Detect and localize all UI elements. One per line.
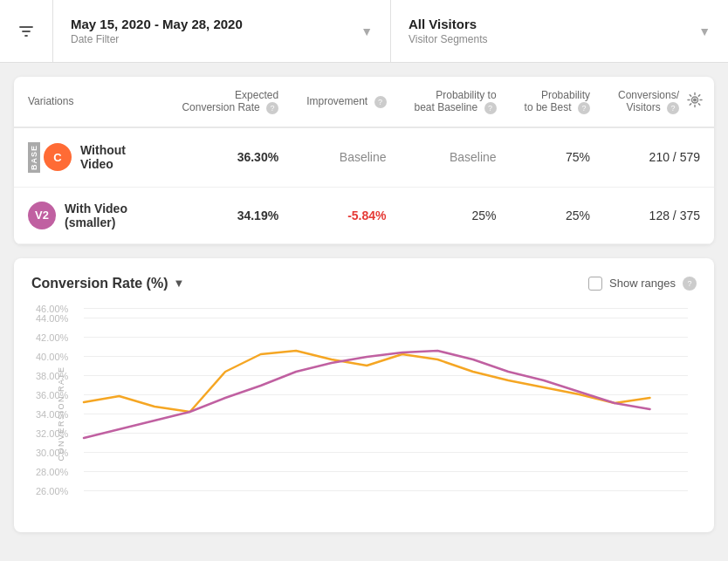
chart-header: Conversion Rate (%) ▼ Show ranges ? <box>31 276 697 291</box>
chart-svg <box>84 309 688 501</box>
control-badge: C <box>44 143 72 171</box>
filter-icon-wrap <box>0 0 53 62</box>
v2-ecr: 34.19% <box>168 187 292 243</box>
improvement-col-header: Improvement <box>306 95 367 107</box>
show-ranges-control[interactable]: Show ranges ? <box>588 277 697 291</box>
conversions-help-icon[interactable]: ? <box>667 102 679 114</box>
control-ecr: 36.30% <box>168 127 292 188</box>
prob-best-help-icon[interactable]: ? <box>578 102 590 114</box>
segment-filter-chevron: ▼ <box>698 24 711 38</box>
variations-filter-icon[interactable] <box>79 96 89 106</box>
segment-filter-section[interactable]: All Visitors Visitor Segments ▼ <box>391 0 728 62</box>
v2-badge: V2 <box>28 202 56 229</box>
v2-improvement: -5.84% <box>292 187 400 243</box>
filter-icon <box>17 23 35 40</box>
chart-title-text: Conversion Rate (%) <box>31 276 168 291</box>
svg-point-0 <box>693 99 697 102</box>
chart-title-dropdown-icon: ▼ <box>173 277 184 290</box>
v2-conversions: 128 / 375 <box>604 187 714 243</box>
v2-name: With Video (smaller) <box>65 202 154 229</box>
show-ranges-checkbox[interactable] <box>588 277 602 291</box>
grid-label: 34.00% <box>36 409 68 420</box>
grid-label: 26.00% <box>36 486 68 496</box>
control-name: Without Video <box>80 143 154 171</box>
v2-prob-best: 25% <box>511 187 604 243</box>
control-improvement: Baseline <box>292 127 400 188</box>
control-prob-best: 75% <box>511 127 604 188</box>
grid-label: 42.00% <box>36 332 68 343</box>
v2-line <box>84 351 650 438</box>
ecr-help-icon[interactable]: ? <box>266 102 278 114</box>
grid-label: 38.00% <box>36 371 68 381</box>
show-ranges-help-icon[interactable]: ? <box>683 277 697 291</box>
date-filter-section[interactable]: May 15, 2020 - May 28, 2020 Date Filter … <box>53 0 391 62</box>
grid-label: 32.00% <box>36 428 68 439</box>
table-settings-icon[interactable] <box>686 92 704 109</box>
ecr-col-header: ExpectedConversion Rate <box>182 89 278 113</box>
date-filter-sublabel: Date Filter <box>71 33 243 45</box>
segment-filter-label: All Visitors <box>409 17 488 31</box>
variations-table: Variations ExpectedConversion Rate ? I <box>14 77 714 244</box>
grid-label: 30.00% <box>36 448 68 458</box>
chart-area: CONVERSION RATE 46.00% 44.00% 42.00% <box>31 309 697 518</box>
v2-prob-beat: 25% <box>401 187 511 243</box>
main-content: Variations ExpectedConversion Rate ? I <box>0 63 728 546</box>
chart-title[interactable]: Conversion Rate (%) ▼ <box>31 276 184 291</box>
control-conversions: 210 / 579 <box>604 127 714 188</box>
show-ranges-label: Show ranges <box>609 277 676 290</box>
segment-filter-sublabel: Visitor Segments <box>409 33 488 45</box>
table-row: BASE C Without Video 36.30% Baseline Bas… <box>14 127 714 188</box>
table-body: BASE C Without Video 36.30% Baseline Bas… <box>14 127 714 244</box>
control-line <box>84 351 650 412</box>
chart-inner: 46.00% 44.00% 42.00% 40.00% <box>84 309 688 518</box>
date-filter-chevron: ▼ <box>361 24 373 38</box>
variations-table-card: Variations ExpectedConversion Rate ? I <box>14 77 714 244</box>
date-filter-label: May 15, 2020 - May 28, 2020 <box>71 17 243 31</box>
grid-label: 40.00% <box>36 352 68 362</box>
grid-label: 44.00% <box>36 313 68 324</box>
table-row: V2 With Video (smaller) 34.19% -5.84% 25… <box>14 187 714 243</box>
improvement-help-icon[interactable]: ? <box>374 96 387 108</box>
chart-card: Conversion Rate (%) ▼ Show ranges ? CONV… <box>14 258 714 532</box>
table-wrap: Variations ExpectedConversion Rate ? I <box>14 77 714 244</box>
grid-label: 28.00% <box>36 467 68 477</box>
variations-col-header: Variations <box>28 95 154 107</box>
filter-bar: May 15, 2020 - May 28, 2020 Date Filter … <box>0 0 728 63</box>
prob-beat-help-icon[interactable]: ? <box>484 102 497 114</box>
grid-label: 36.00% <box>36 390 68 400</box>
table-header-row: Variations ExpectedConversion Rate ? I <box>14 77 714 127</box>
base-label: BASE <box>28 142 40 173</box>
control-prob-beat: Baseline <box>401 127 511 188</box>
